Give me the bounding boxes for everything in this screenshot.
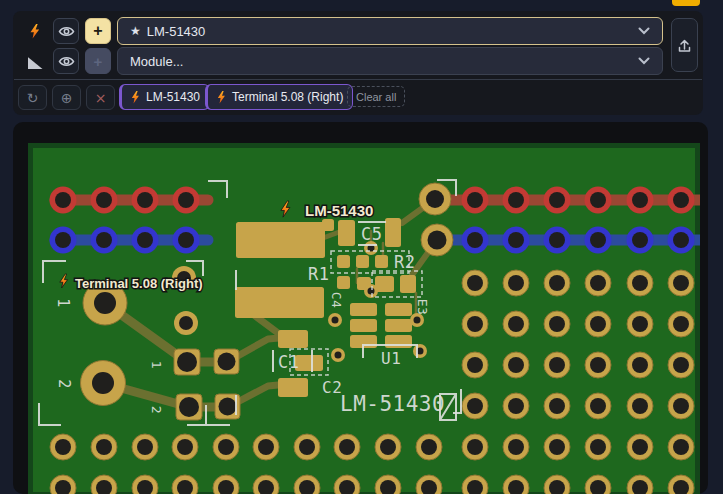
add-component-button[interactable]: + [85,18,111,44]
pad-hole [549,439,565,455]
component-select[interactable]: ★ LM-51430 [117,17,663,45]
smd-pad [278,330,308,348]
filter-chip-terminal[interactable]: Terminal 5.08 (Right) [205,84,353,110]
pad-hole [137,439,153,455]
smd-pad [337,255,350,268]
pad-hole [467,398,483,414]
smd-pad [350,319,377,332]
pad-hole [549,275,565,291]
pad-hole [508,439,524,455]
pad-hole [96,192,112,208]
upload-icon [676,37,693,54]
add-module-button-disabled: + [85,48,111,74]
bolt-icon [131,91,140,104]
pad-hole [380,439,396,455]
pad-hole [549,357,565,373]
smd-pad [385,218,401,247]
smd-pad [337,276,350,289]
pad-hole [177,352,197,372]
module-select[interactable]: Module... [117,47,663,75]
pad-hole [632,275,648,291]
smd-pad [236,222,325,258]
pad-hole [673,192,689,208]
pad-hole [96,232,112,248]
smd-pad [235,287,324,318]
silkscreen-label: 2 [55,379,73,389]
module-triangle-icon [26,51,44,73]
component-visibility-button[interactable] [53,18,79,44]
clear-all-button[interactable]: Clear all [347,86,405,107]
pad-hole [467,275,483,291]
reset-view-button[interactable]: ↻ [18,85,47,110]
export-button[interactable] [671,18,698,72]
via-hole [332,317,339,324]
pcb-canvas[interactable]: C5R1R2C4E3C1U1C2LM-514301212LM-51430Term… [28,143,700,494]
pad-hole [673,439,689,455]
pad-hole [632,357,648,373]
pad-hole [590,398,606,414]
pad-hole [339,439,355,455]
pad-hole [94,292,116,314]
pad-hole [467,232,483,248]
pad-hole [426,190,444,208]
pad-hole [673,398,689,414]
bolt-icon [217,91,226,104]
pad-hole [299,439,315,455]
pad-hole [549,316,565,332]
module-visibility-button[interactable] [53,48,79,74]
smd-pad [322,219,334,231]
pad-hole [467,192,483,208]
pad-hole [428,231,447,250]
pad-hole [467,357,483,373]
pad-hole [673,275,689,291]
pad-hole [590,439,606,455]
silkscreen-label: U1 [381,349,401,368]
remove-filter-button[interactable]: × [86,85,115,110]
pad-hole [508,275,524,291]
pad-hole [421,439,437,455]
pad-hole [179,397,199,417]
silkscreen-label: R2 [394,252,415,272]
module-select-value: Module... [130,54,183,69]
pad-hole [549,232,565,248]
smd-pad [385,303,412,316]
pad-hole [508,232,524,248]
silkscreen-label: E3 [415,299,430,316]
pad-hole [137,192,153,208]
pad-hole [55,232,71,248]
eye-icon [58,25,75,38]
pad-hole [632,398,648,414]
smd-pad [385,335,412,348]
pad-hole [632,192,648,208]
smd-pad [356,255,369,268]
smd-pad [400,275,416,293]
pad-hole [549,192,565,208]
pad-hole [467,439,483,455]
smd-pad [338,220,355,246]
silkscreen-label: C4 [329,292,344,309]
component-tag-overlay[interactable]: Terminal 5.08 (Right) [60,274,203,291]
pad-hole [632,439,648,455]
pad-hole [178,192,194,208]
smd-pad [385,319,412,332]
via-hole [368,288,375,295]
component-select-value: LM-51430 [147,24,206,39]
filter-chip-label: Terminal 5.08 (Right) [232,90,343,104]
pad-hole [508,357,524,373]
silkscreen-label: LM-51430 [340,392,445,416]
smd-pad [350,303,377,316]
pad-hole [218,439,234,455]
filter-chip-label: LM-51430 [146,90,200,104]
pad-hole [258,439,274,455]
star-icon: ★ [130,24,141,38]
eye-icon [58,55,75,68]
via-hole [414,317,421,324]
center-target-button[interactable]: ⊕ [52,85,81,110]
top-right-accent [672,0,700,6]
pad-hole [590,275,606,291]
via-hole [335,352,342,359]
silkscreen-label: 1 [54,298,72,308]
pad-hole [590,192,606,208]
component-bolt-icon [26,20,44,42]
filter-chip-lm51430[interactable]: LM-51430 [119,84,210,110]
